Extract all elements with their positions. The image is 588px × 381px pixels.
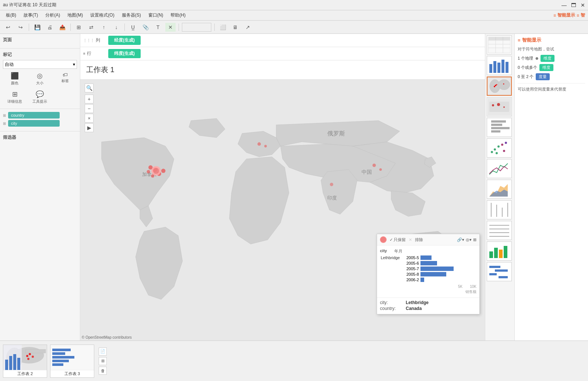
chart-bar-container-4 (420, 278, 476, 282)
detail-icon: ⊞ (12, 90, 18, 98)
tooltip-exclude-action[interactable]: 排除 (415, 237, 423, 243)
print-button[interactable]: 🖨 (45, 23, 55, 32)
mark-color[interactable]: ⬛ 颜色 (3, 70, 27, 87)
thumb-map-active[interactable] (487, 77, 512, 96)
annotation-button[interactable]: ✕ (165, 23, 176, 32)
tooltip-country-key: country: (380, 306, 406, 311)
thumb-line-svg (487, 160, 511, 177)
thumb-map2[interactable] (487, 97, 512, 116)
thumb-bar2[interactable] (487, 241, 512, 261)
tooltip-link-icon[interactable]: 🔗▾ (457, 237, 464, 242)
svg-point-38 (492, 104, 494, 106)
svg-rect-77 (13, 354, 16, 370)
svg-point-80 (29, 353, 31, 355)
chart-year-0: 2005-5 (402, 255, 420, 260)
chart-bar-4 (420, 278, 424, 282)
fit-button[interactable] (182, 23, 211, 32)
map-container[interactable]: 俄罗斯 中国 印度 加拿大 (80, 79, 485, 341)
redo-button[interactable]: ↪ (15, 23, 26, 32)
svg-point-51 (503, 150, 505, 152)
city-field-tag[interactable]: city (8, 120, 60, 127)
share-button[interactable]: ↗ (243, 23, 253, 32)
country-field-tag[interactable]: country (8, 112, 60, 119)
thumb-hbar[interactable] (487, 118, 512, 137)
attach-button[interactable]: 📎 (140, 23, 151, 32)
tooltip-keep-action[interactable]: ✓ 只保留 (390, 237, 406, 243)
duplicate-sheet-btn[interactable]: ⊞ (99, 357, 107, 365)
mark-type-dropdown[interactable]: 自动 ▾ (3, 60, 77, 69)
sort-desc-button[interactable]: ↓ (111, 23, 122, 32)
map-zoom-in-btn[interactable]: + (85, 95, 94, 103)
map-zoom-out-btn[interactable]: − (85, 104, 94, 113)
close-button[interactable]: ✕ (581, 2, 585, 8)
mark-tooltip[interactable]: 💬 工具提示 (28, 89, 52, 106)
chart-bar-container-3 (420, 272, 476, 276)
save-button[interactable]: 💾 (32, 23, 42, 32)
maximize-button[interactable]: 🗖 (571, 2, 576, 8)
thumb-map2-svg (487, 98, 511, 116)
sort-asc-button[interactable]: ↑ (99, 23, 109, 32)
sheet-1-label: 工作表 2 (3, 370, 47, 377)
color-icon: ⬛ (11, 72, 19, 80)
thumb-scatter[interactable] (487, 138, 512, 158)
swap-button[interactable]: ⇄ (86, 23, 96, 32)
map-pan-btn[interactable]: ▶ (85, 123, 94, 132)
minimize-button[interactable]: — (561, 2, 567, 8)
thumb-table[interactable] (487, 35, 512, 54)
menu-item-window[interactable]: 窗口(N) (145, 11, 166, 19)
thumb-scatter-svg (487, 139, 511, 157)
country-field-row: ⊞ country (3, 112, 77, 119)
tooltip-grid-icon[interactable]: ⊞ (473, 237, 476, 242)
toolbar-separator-3 (124, 24, 125, 31)
thumb-vline[interactable] (487, 200, 512, 219)
text-button[interactable]: T (153, 23, 163, 32)
chart-year-2: 2005-7 (402, 267, 420, 271)
tooltip-filter-icon[interactable]: ◎▾ (466, 237, 472, 242)
mark-detail[interactable]: ⊞ 详细信息 (3, 89, 27, 106)
svg-rect-43 (491, 127, 510, 129)
thumb-hline[interactable] (487, 221, 512, 240)
new-sheet-btn[interactable]: 📄 (99, 348, 107, 356)
smart-display-btn[interactable]: ≡ 智能显示 ≡ 智 (553, 12, 585, 18)
menu-item-help[interactable]: 帮助(H) (168, 11, 189, 19)
menu-item-board[interactable]: 板(B) (3, 11, 19, 19)
smart-badge-1[interactable]: 维度 (539, 64, 553, 71)
thumb-line[interactable] (487, 159, 512, 178)
sheet-thumb-1[interactable]: 工作表 2 (3, 345, 47, 378)
new-datasource-button[interactable]: ⊞ (74, 23, 84, 32)
marks-section: 标记 自动 ▾ ⬛ 颜色 ◎ 大小 🏷 标签 ⊞ (0, 49, 80, 109)
smart-display-text: 智能显示 (557, 12, 575, 18)
map-reset-btn[interactable]: ✕ (85, 114, 94, 123)
map-controls: 🔍 + − ✕ ▶ (85, 84, 94, 132)
axis-label-10k: 10K (470, 285, 476, 289)
mark-label[interactable]: 🏷 标签 (53, 70, 77, 87)
country-field-icon: ⊞ (3, 113, 6, 117)
svg-rect-23 (489, 37, 510, 40)
toolbar-separator-4 (179, 24, 179, 31)
thumb-bars[interactable] (487, 56, 512, 75)
smart-badge-2[interactable]: 度量 (536, 73, 550, 80)
svg-rect-65 (504, 246, 507, 258)
export-button[interactable]: 📤 (57, 23, 67, 32)
chart-year-3: 2005-8 (402, 272, 420, 276)
smart-badge-0[interactable]: 维度 (541, 55, 554, 62)
row-pill[interactable]: 纬度(生成) (108, 49, 141, 58)
thumb-gantt[interactable] (487, 262, 512, 281)
mark-type-chevron: ▾ (73, 62, 75, 67)
menu-item-story[interactable]: 故事(T) (21, 11, 41, 19)
map-search-btn[interactable]: 🔍 (85, 84, 94, 92)
menu-item-analysis[interactable]: 分析(A) (42, 11, 63, 19)
menu-item-server[interactable]: 服务器(S) (119, 11, 144, 19)
thumb-area[interactable] (487, 180, 512, 199)
smart-panel-icon: ≡ (518, 38, 521, 43)
tooltip-button[interactable]: ⬜ (218, 23, 228, 32)
undo-button[interactable]: ↩ (3, 23, 13, 32)
delete-sheet-btn[interactable]: 🗑 (99, 367, 107, 375)
menu-item-format[interactable]: 设置格式(O) (87, 11, 117, 19)
underline-button[interactable]: U̲ (128, 23, 138, 32)
sheet-thumb-2[interactable]: 工作表 3 (50, 345, 94, 378)
col-pill[interactable]: 经度(生成) (108, 36, 141, 45)
menu-item-map[interactable]: 地图(M) (64, 11, 86, 19)
mark-size[interactable]: ◎ 大小 (28, 70, 52, 87)
device-button[interactable]: 🖥 (230, 23, 240, 32)
